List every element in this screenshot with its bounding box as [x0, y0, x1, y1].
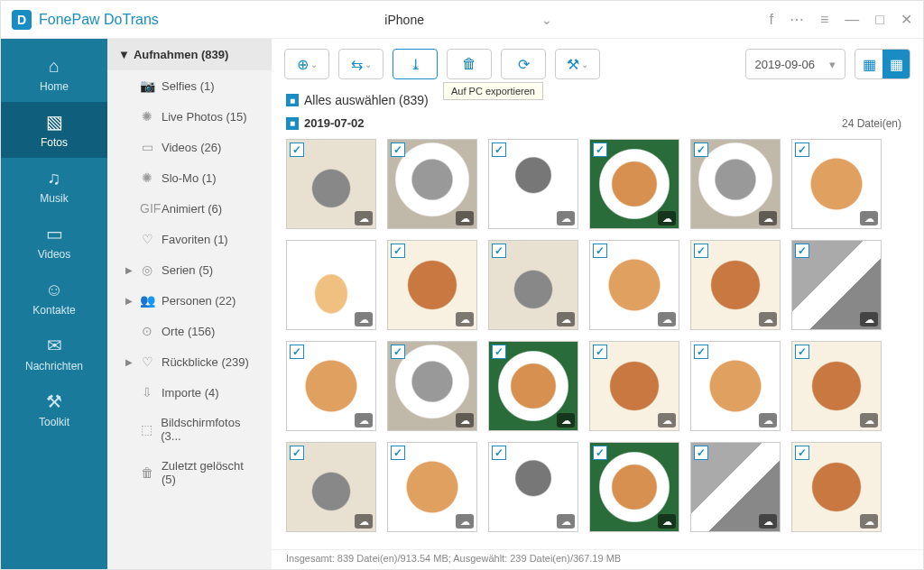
thumb-checkbox[interactable]: ✓: [492, 244, 506, 258]
photo-thumbnail[interactable]: ✓☁: [286, 442, 376, 532]
transfer-device-button[interactable]: ⇆⌄: [338, 49, 383, 79]
thumb-checkbox[interactable]: ✓: [795, 244, 809, 258]
cloud-icon: ☁: [557, 211, 575, 225]
photo-thumbnail[interactable]: ✓☁: [387, 139, 477, 229]
nav-item-home[interactable]: ⌂Home: [1, 46, 107, 102]
photo-thumbnail[interactable]: ✓☁: [791, 240, 882, 330]
sub-item[interactable]: ♡Favoriten (1): [107, 224, 272, 254]
thumb-checkbox[interactable]: ✓: [391, 244, 405, 258]
photo-thumbnail[interactable]: ✓☁: [589, 240, 679, 330]
sub-item[interactable]: ▶◎Serien (5): [107, 254, 272, 285]
sub-nav: ▼ Aufnahmen (839) 📷Selfies (1)✺Live Phot…: [107, 39, 272, 569]
photo-thumbnail[interactable]: ✓☁: [488, 341, 578, 431]
photo-thumbnail[interactable]: ✓☁: [286, 139, 376, 229]
sub-item[interactable]: ✺Slo-Mo (1): [107, 162, 272, 193]
cloud-icon: ☁: [658, 211, 676, 225]
sub-item[interactable]: 📷Selfies (1): [107, 70, 272, 101]
thumb-checkbox[interactable]: ✓: [391, 345, 405, 359]
photo-thumbnail[interactable]: ☁: [286, 240, 376, 330]
photo-thumbnail[interactable]: ✓☁: [690, 442, 781, 532]
export-pc-button[interactable]: ⤓: [393, 49, 438, 79]
sub-item[interactable]: ⬚Bildschirmfotos (3...: [107, 408, 272, 451]
photo-thumbnail[interactable]: ✓☁: [488, 139, 578, 229]
thumb-checkbox[interactable]: ✓: [593, 345, 607, 359]
feedback-icon[interactable]: ⋯: [790, 11, 804, 28]
nav-item-musik[interactable]: ♫Musik: [1, 158, 107, 214]
thumb-checkbox[interactable]: ✓: [492, 345, 506, 359]
thumb-checkbox[interactable]: ✓: [795, 345, 809, 359]
photo-thumbnail[interactable]: ✓☁: [690, 139, 781, 229]
thumb-checkbox[interactable]: ✓: [391, 446, 405, 460]
toolbox-button[interactable]: ⚒⌄: [555, 49, 600, 79]
nav-item-kontakte[interactable]: ☺Kontakte: [1, 270, 107, 326]
facebook-icon[interactable]: f: [770, 12, 773, 28]
thumb-checkbox[interactable]: ✓: [290, 446, 304, 460]
photo-thumbnail[interactable]: ✓☁: [791, 442, 882, 532]
thumb-checkbox[interactable]: ✓: [593, 142, 607, 157]
window-controls: f ⋯ ≡ — □ ✕: [770, 11, 912, 28]
view-toggle: ▦ ▦: [855, 49, 910, 79]
thumb-checkbox[interactable]: ✓: [694, 446, 708, 460]
sub-item[interactable]: ▶👥Personen (22): [107, 285, 272, 316]
photo-thumbnail[interactable]: ✓☁: [690, 341, 781, 431]
nav-item-fotos[interactable]: ▧Fotos: [1, 102, 107, 158]
select-all-row[interactable]: ■ Alles auswählen (839): [272, 89, 923, 111]
sub-item[interactable]: ⇩Importe (4): [107, 377, 272, 408]
thumb-checkbox[interactable]: ✓: [795, 446, 809, 460]
photo-thumbnail[interactable]: ✓☁: [387, 240, 477, 330]
select-all-checkbox[interactable]: ■: [286, 94, 299, 106]
close-icon[interactable]: ✕: [901, 11, 912, 28]
cloud-icon: ☁: [860, 514, 878, 529]
menu-icon[interactable]: ≡: [820, 12, 828, 28]
photo-thumbnail[interactable]: ✓☁: [589, 442, 679, 532]
category-icon: 🗑: [140, 465, 154, 480]
thumb-checkbox[interactable]: ✓: [694, 142, 708, 157]
date-group-header[interactable]: ■ 2019-07-02 24 Datei(en): [272, 111, 923, 135]
thumb-checkbox[interactable]: ✓: [290, 345, 304, 359]
nachrichten-icon: ✉: [47, 335, 62, 356]
sub-header[interactable]: ▼ Aufnahmen (839): [107, 39, 272, 70]
minimize-icon[interactable]: —: [845, 12, 859, 28]
sub-item[interactable]: ✺Live Photos (15): [107, 101, 272, 132]
thumb-checkbox[interactable]: ✓: [290, 142, 304, 157]
photo-thumbnail[interactable]: ✓☁: [387, 442, 477, 532]
thumb-checkbox[interactable]: ✓: [492, 446, 506, 460]
thumb-checkbox[interactable]: ✓: [593, 446, 607, 460]
thumb-checkbox[interactable]: ✓: [795, 142, 809, 157]
photo-thumbnail[interactable]: ✓☁: [589, 341, 679, 431]
photo-thumbnail[interactable]: ✓☁: [387, 341, 477, 431]
refresh-button[interactable]: ⟳: [501, 49, 546, 79]
photo-thumbnail[interactable]: ✓☁: [286, 341, 376, 431]
device-selector[interactable]: iPhone ⌄: [365, 9, 563, 31]
photo-thumbnail[interactable]: ✓☁: [589, 139, 679, 229]
thumb-checkbox[interactable]: ✓: [694, 345, 708, 359]
nav-label: Home: [40, 80, 69, 93]
thumb-checkbox[interactable]: ✓: [593, 244, 607, 258]
photo-thumbnail[interactable]: ✓☁: [791, 341, 882, 431]
sub-item[interactable]: ▶♡Rückblicke (239): [107, 346, 272, 377]
nav-item-videos[interactable]: ▭Videos: [1, 214, 107, 270]
export-tooltip: Auf PC exportieren: [443, 82, 543, 100]
cloud-icon: ☁: [759, 211, 777, 225]
thumb-checkbox[interactable]: ✓: [492, 142, 506, 157]
photo-thumbnail[interactable]: ✓☁: [690, 240, 781, 330]
photo-thumbnail[interactable]: ✓☁: [791, 139, 882, 229]
large-grid-button[interactable]: ▦: [882, 50, 910, 78]
sub-item[interactable]: ⊙Orte (156): [107, 316, 272, 346]
photo-thumbnail[interactable]: ✓☁: [488, 240, 578, 330]
date-filter[interactable]: 2019-09-06 ▾: [745, 49, 846, 79]
thumb-checkbox[interactable]: ✓: [391, 142, 405, 157]
nav-item-toolkit[interactable]: ⚒Toolkit: [1, 382, 107, 437]
group-checkbox[interactable]: ■: [286, 117, 299, 130]
nav-item-nachrichten[interactable]: ✉Nachrichten: [1, 326, 107, 382]
sub-item[interactable]: 🗑Zuletzt gelöscht (5): [107, 451, 272, 494]
delete-button[interactable]: 🗑: [447, 49, 492, 79]
photo-grid: ✓☁✓☁✓☁✓☁✓☁✓☁☁✓☁✓☁✓☁✓☁✓☁✓☁✓☁✓☁✓☁✓☁✓☁✓☁✓☁✓…: [272, 135, 923, 549]
photo-thumbnail[interactable]: ✓☁: [488, 442, 578, 532]
grid-view-button[interactable]: ▦: [855, 50, 882, 78]
maximize-icon[interactable]: □: [875, 12, 884, 28]
sub-item[interactable]: ▭Videos (26): [107, 132, 272, 162]
sub-item[interactable]: GIFAnimiert (6): [107, 193, 272, 224]
add-button[interactable]: ⊕⌄: [284, 49, 329, 79]
thumb-checkbox[interactable]: ✓: [694, 244, 708, 258]
